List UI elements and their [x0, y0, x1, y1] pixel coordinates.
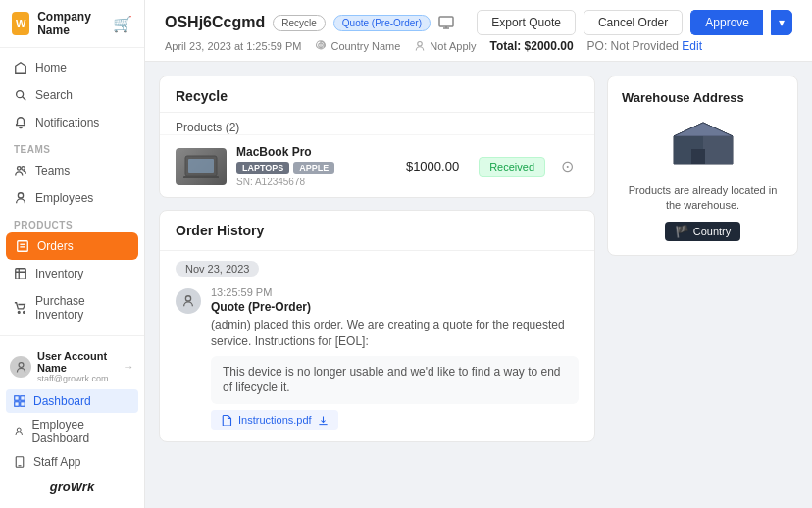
cancel-order-button[interactable]: Cancel Order — [584, 10, 683, 35]
edit-link[interactable]: Edit — [682, 39, 702, 53]
svg-rect-21 — [21, 396, 25, 401]
file-name: Instructions.pdf — [238, 414, 312, 426]
download-icon[interactable] — [318, 415, 329, 426]
product-menu-button[interactable]: ⊙ — [555, 155, 579, 178]
user-name: User Account Name — [37, 350, 117, 374]
product-image — [176, 148, 227, 185]
svg-point-35 — [185, 296, 190, 301]
status-badge: Quote (Pre-Order) — [333, 15, 431, 31]
header-left: OSHj6Ccgmd Recycle Quote (Pre-Order) — [165, 14, 454, 31]
growrk-logo: groWrk — [0, 474, 144, 500]
warehouse-description: Products are already located in the ware… — [622, 183, 784, 214]
approve-button[interactable]: Approve — [690, 10, 763, 35]
person-icon — [14, 191, 27, 205]
left-panel: Recycle Products (2) MacBook Pro — [159, 76, 595, 494]
svg-rect-5 — [18, 241, 28, 252]
sidebar-nav: Home Search Notifications TEAMS Teams Em… — [0, 48, 144, 335]
sidebar-item-inventory[interactable]: Inventory — [0, 260, 144, 287]
home-icon — [14, 61, 27, 75]
svg-point-19 — [19, 362, 24, 367]
user-email: staff@growrk.com — [37, 374, 117, 383]
flag-icon: 🏴 — [675, 225, 689, 238]
macbook-image — [183, 154, 219, 179]
teams-section-label: TEAMS — [0, 136, 144, 157]
products-count: Products (2) — [160, 113, 594, 134]
svg-rect-42 — [703, 136, 733, 164]
expand-icon: → — [123, 360, 134, 374]
page-title: OSHj6Ccgmd — [165, 14, 265, 31]
country-meta: Country Name — [315, 40, 400, 52]
sidebar-item-employee-dashboard[interactable]: Employee Dashboard — [0, 413, 144, 450]
received-badge: Received — [479, 157, 545, 177]
svg-marker-40 — [674, 123, 733, 136]
warehouse-card: Warehouse Address Products are already l… — [607, 76, 798, 256]
person-small-icon — [414, 40, 426, 52]
product-price: $1000.00 — [406, 159, 459, 174]
svg-point-9 — [18, 312, 20, 314]
total-text: Total: $2000.00 — [489, 39, 573, 53]
country-name: Country Name — [330, 40, 400, 52]
sidebar-item-teams[interactable]: Teams — [0, 157, 144, 184]
employee-dashboard-icon — [14, 426, 24, 437]
product-sn: SN: A12345678 — [236, 177, 396, 187]
svg-rect-22 — [15, 402, 20, 407]
product-info: MacBook Pro LAPTOPS APPLE SN: A12345678 — [236, 145, 396, 187]
sidebar-item-orders[interactable]: Orders — [6, 232, 138, 260]
sidebar-item-staff-app[interactable]: Staff App — [0, 450, 144, 474]
entry-avatar — [176, 288, 201, 314]
svg-rect-23 — [21, 402, 25, 407]
entry-time: 13:25:59 PM — [211, 286, 579, 298]
warehouse-title: Warehouse Address — [622, 90, 784, 105]
user-section[interactable]: User Account Name staff@growrk.com → — [0, 344, 144, 389]
sidebar-item-dashboard[interactable]: Dashboard — [6, 389, 138, 413]
history-date-badge: Nov 23, 2023 — [176, 261, 259, 277]
sidebar: W Company Name 🛒 Home Search Notificatio… — [0, 0, 145, 508]
recycle-card: Recycle Products (2) MacBook Pro — [159, 76, 595, 198]
order-history-card: Order History Nov 23, 2023 13:25:59 PM Q… — [159, 210, 595, 442]
svg-point-10 — [24, 312, 25, 314]
staff-app-icon — [14, 456, 25, 468]
tag-apple: APPLE — [293, 162, 334, 174]
entry-text: (admin) placed this order. We are creati… — [211, 317, 579, 350]
dashboard-icon — [14, 395, 25, 407]
export-quote-button[interactable]: Export Quote — [477, 10, 576, 35]
not-apply-meta: Not Apply — [414, 40, 476, 52]
entry-user-icon — [181, 294, 195, 308]
cart-icon: 🛒 — [113, 15, 132, 33]
product-name: MacBook Pro — [236, 145, 396, 159]
user-info: User Account Name staff@growrk.com — [37, 350, 117, 383]
svg-rect-27 — [439, 17, 453, 26]
logo-icon: W — [12, 12, 29, 35]
product-row: MacBook Pro LAPTOPS APPLE SN: A12345678 … — [160, 134, 594, 197]
sidebar-item-purchase-inventory[interactable]: Purchase Inventory — [0, 287, 144, 329]
inventory-icon — [14, 267, 27, 280]
entry-content: 13:25:59 PM Quote (Pre-Order) (admin) pl… — [211, 286, 579, 430]
approve-dropdown-button[interactable]: ▾ — [771, 10, 792, 35]
sidebar-item-packages[interactable]: Packages — [0, 329, 144, 335]
po-text: PO: Not Provided Edit — [587, 39, 702, 53]
recycle-card-header: Recycle — [160, 76, 594, 113]
date-text: April 23, 2023 at 1:25:59 PM — [165, 40, 301, 52]
sidebar-item-employees[interactable]: Employees — [0, 184, 144, 212]
svg-rect-43 — [691, 149, 705, 164]
sidebar-item-notifications[interactable]: Notifications — [0, 109, 144, 136]
monitor-icon — [438, 15, 454, 30]
sidebar-item-search[interactable]: Search — [0, 81, 144, 109]
country-tag-label: Country — [693, 226, 732, 237]
svg-point-24 — [17, 428, 21, 432]
warehouse-box-image — [664, 115, 742, 174]
svg-rect-20 — [15, 396, 20, 401]
sidebar-item-home[interactable]: Home — [0, 54, 144, 81]
entry-event: Quote (Pre-Order) — [211, 300, 579, 314]
header-meta: April 23, 2023 at 1:25:59 PM Country Nam… — [165, 39, 792, 53]
file-icon — [221, 414, 232, 426]
right-panel: Warehouse Address Products are already l… — [607, 76, 798, 494]
svg-rect-33 — [188, 159, 214, 173]
bell-icon — [14, 116, 27, 129]
history-header: Order History — [160, 211, 594, 251]
sidebar-header: W Company Name 🛒 — [0, 0, 144, 48]
svg-rect-8 — [16, 269, 26, 279]
svg-point-3 — [22, 167, 25, 171]
file-attachment[interactable]: Instructions.pdf — [211, 410, 338, 430]
location-icon — [315, 40, 327, 52]
